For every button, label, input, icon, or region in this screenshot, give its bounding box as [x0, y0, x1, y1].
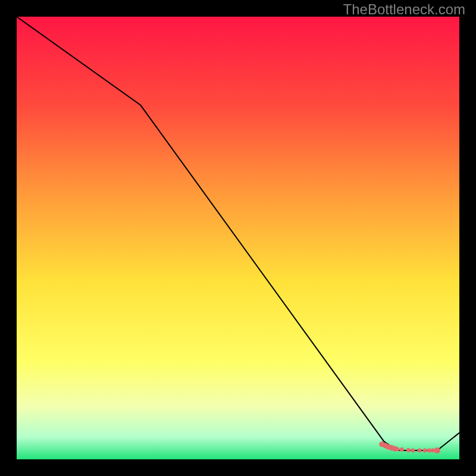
- data-marker: [418, 449, 422, 453]
- chart-frame: TheBottleneck.com: [0, 0, 476, 476]
- data-marker: [406, 448, 411, 452]
- chart-svg: [17, 17, 459, 459]
- data-marker: [427, 449, 431, 453]
- plot-area: [17, 17, 459, 459]
- data-marker: [434, 447, 440, 453]
- gradient-background: [17, 17, 459, 459]
- data-marker: [423, 449, 427, 453]
- watermark-text: TheBottleneck.com: [343, 1, 465, 18]
- data-marker: [400, 447, 404, 452]
- data-marker: [395, 447, 399, 451]
- data-marker: [411, 449, 415, 453]
